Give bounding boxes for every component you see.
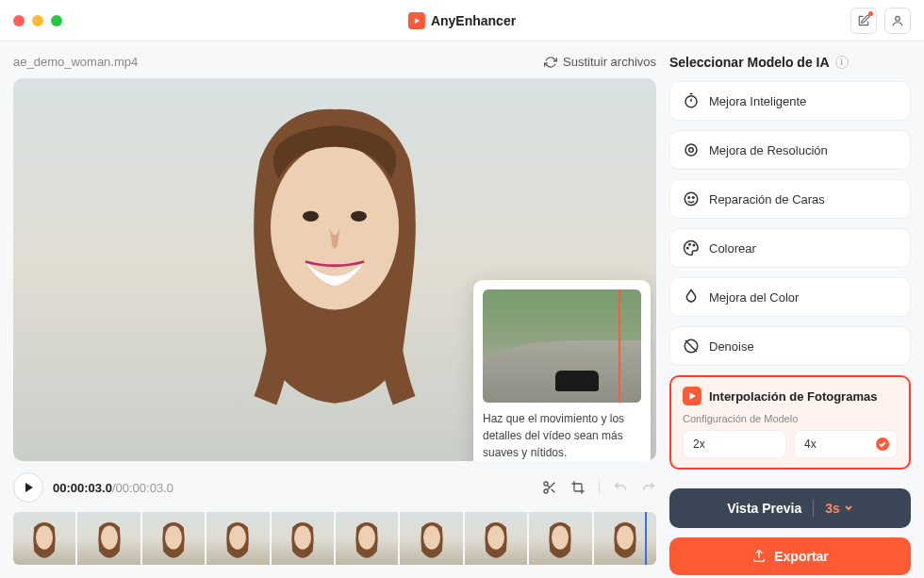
svg-point-0 — [896, 16, 900, 21]
svg-line-42 — [685, 340, 697, 352]
multiplier-2x[interactable]: 2x — [683, 430, 786, 458]
replace-file-button[interactable]: Sustituir archivos — [544, 55, 656, 69]
app-title: AnyEnhancer — [431, 13, 516, 28]
undo-icon[interactable] — [613, 480, 628, 495]
svg-point-3 — [303, 211, 319, 222]
face-icon — [683, 190, 700, 207]
timeline-thumb — [272, 512, 334, 565]
timeline-thumb — [142, 512, 205, 565]
timeline-thumb — [400, 512, 462, 565]
config-label: Configuración de Modelo — [683, 413, 898, 424]
export-button[interactable]: Exportar — [669, 537, 911, 575]
maximize-window-button[interactable] — [51, 15, 62, 26]
filename-label: ae_demo_woman.mp4 — [13, 55, 138, 69]
svg-line-8 — [552, 489, 555, 493]
play-icon — [23, 482, 34, 493]
edit-icon-button[interactable] — [850, 8, 877, 34]
svg-point-37 — [693, 197, 695, 199]
preview-button[interactable]: Vista Previa 3s — [669, 488, 911, 528]
timeline-thumb — [13, 512, 75, 565]
model-color-enhance[interactable]: Mejora del Color — [669, 277, 911, 317]
timeline-thumb — [77, 512, 140, 565]
svg-point-11 — [36, 526, 53, 550]
timeline-thumb — [594, 512, 656, 565]
svg-point-19 — [294, 526, 311, 550]
redo-icon[interactable] — [641, 480, 656, 495]
model-label: Mejora de Resolución — [709, 143, 828, 157]
timeline-thumb — [465, 512, 527, 565]
timeline-thumb — [529, 512, 591, 565]
svg-line-9 — [547, 485, 550, 487]
selected-model-label: Interpolación de Fotogramas — [709, 389, 877, 404]
svg-point-17 — [229, 526, 246, 550]
close-window-button[interactable] — [13, 15, 25, 26]
svg-point-21 — [358, 526, 375, 550]
tooltip-text: Haz que el movimiento y los detalles del… — [483, 410, 641, 461]
minimize-window-button[interactable] — [32, 15, 43, 26]
model-label: Reparación de Caras — [709, 192, 825, 206]
timeline-thumb — [206, 512, 269, 565]
model-frame-interpolation[interactable]: Interpolación de Fotogramas Configuració… — [669, 375, 911, 470]
panel-title: Seleccionar Modelo de IA i — [669, 55, 911, 70]
timeline-thumb — [336, 512, 398, 565]
video-subject-illustration — [193, 93, 476, 414]
cut-icon[interactable] — [542, 480, 557, 495]
svg-point-27 — [552, 526, 569, 550]
model-label: Colorear — [709, 241, 756, 256]
account-icon-button[interactable] — [884, 8, 911, 34]
export-icon — [751, 549, 767, 564]
svg-point-38 — [687, 247, 689, 249]
svg-point-35 — [685, 192, 698, 206]
stopwatch-icon — [683, 92, 700, 109]
export-label: Exportar — [774, 549, 829, 564]
denoise-icon — [683, 338, 700, 355]
model-label: Mejora Inteligente — [709, 94, 806, 108]
model-resolution[interactable]: Mejora de Resolución — [669, 130, 911, 170]
svg-point-33 — [685, 144, 697, 156]
interpolation-icon — [683, 387, 701, 405]
playback-time: 00:00:03.0/00:00:03.0 — [53, 481, 173, 495]
svg-point-13 — [101, 526, 118, 550]
svg-point-25 — [487, 526, 504, 550]
replace-file-label: Sustituir archivos — [563, 55, 656, 69]
svg-point-40 — [693, 244, 695, 246]
model-smart-enhance[interactable]: Mejora Inteligente — [669, 81, 911, 121]
svg-point-4 — [351, 211, 367, 222]
svg-point-34 — [689, 148, 694, 153]
multiplier-4x[interactable]: 4x — [794, 430, 898, 458]
app-logo-icon — [408, 12, 425, 29]
model-denoise[interactable]: Denoise — [669, 326, 911, 366]
svg-point-29 — [617, 526, 634, 550]
check-icon — [876, 438, 889, 451]
droplet-icon — [683, 289, 700, 306]
preview-duration-selector[interactable]: 3s — [825, 501, 853, 516]
titlebar: AnyEnhancer — [0, 0, 924, 41]
model-tooltip-card: Haz que el movimiento y los detalles del… — [473, 280, 651, 461]
model-face-repair[interactable]: Reparación de Caras — [669, 179, 911, 219]
model-label: Denoise — [709, 339, 754, 354]
video-preview[interactable]: Haz que el movimiento y los detalles del… — [13, 78, 656, 461]
svg-point-23 — [423, 526, 440, 550]
timeline[interactable] — [13, 512, 656, 565]
timeline-playhead[interactable] — [645, 512, 647, 565]
resolution-icon — [683, 141, 700, 158]
preview-label: Vista Previa — [727, 501, 801, 516]
svg-point-36 — [688, 197, 690, 199]
svg-point-39 — [689, 244, 691, 246]
svg-point-15 — [165, 526, 182, 550]
chevron-down-icon — [844, 504, 853, 513]
crop-icon[interactable] — [570, 480, 586, 495]
model-colorize[interactable]: Colorear — [669, 228, 911, 268]
palette-icon — [683, 239, 700, 256]
info-icon[interactable]: i — [835, 56, 849, 69]
refresh-icon — [544, 56, 557, 69]
play-button[interactable] — [13, 472, 43, 503]
tooltip-preview-image — [483, 289, 641, 403]
model-label: Mejora del Color — [709, 290, 799, 305]
